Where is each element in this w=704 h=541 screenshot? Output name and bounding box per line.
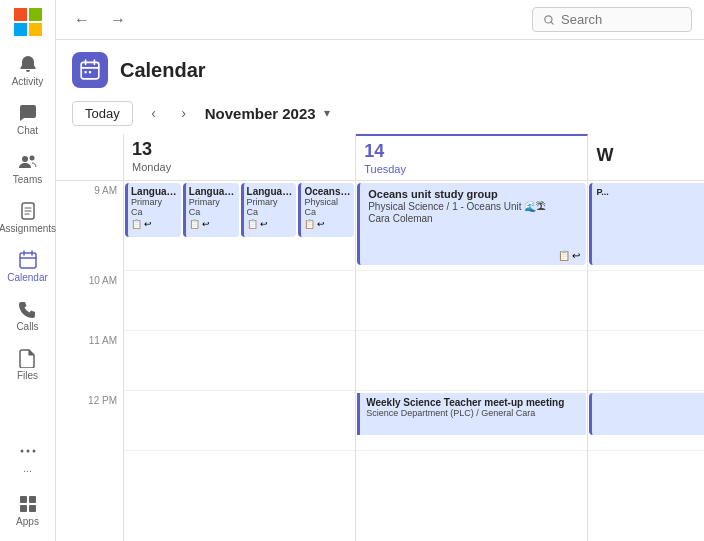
monday-9am-slot: Language Arts Primary Ca 📋 ↩ Langu xyxy=(124,181,355,271)
weekly-sub: Science Department (PLC) / General Cara xyxy=(366,408,580,418)
day-col-w-header: W xyxy=(588,134,704,180)
lang2-author: Ca xyxy=(189,207,236,217)
svg-point-5 xyxy=(29,156,34,161)
lang2-sub: Primary xyxy=(189,197,236,207)
bell-icon xyxy=(18,54,38,74)
time-col-header xyxy=(56,134,124,180)
back-button[interactable]: ← xyxy=(68,6,96,34)
sidebar-item-activity[interactable]: Activity xyxy=(4,48,52,93)
svg-rect-16 xyxy=(81,62,99,79)
svg-point-8 xyxy=(20,450,23,453)
sidebar-apps-label: Apps xyxy=(16,516,39,527)
svg-rect-1 xyxy=(29,8,42,21)
tuesday-event-weekly[interactable]: Weekly Science Teacher meet-up meeting S… xyxy=(357,393,586,435)
lang2-icon2: ↩ xyxy=(202,219,210,229)
lang1-actions: 📋 ↩ xyxy=(131,219,178,229)
tuesday-12pm-slot: Weekly Science Teacher meet-up meeting S… xyxy=(356,391,587,451)
weekly-title: Weekly Science Teacher meet-up meeting xyxy=(366,397,580,408)
lang3-title: Language Arts xyxy=(247,186,294,197)
calendar-nav: Today ‹ › November 2023 ▾ xyxy=(56,96,704,134)
ocean-study-actions: 📋 ↩ xyxy=(558,250,580,261)
calendar-icon xyxy=(18,250,38,270)
monday-col: Language Arts Primary Ca 📋 ↩ Langu xyxy=(124,181,356,541)
w-12pm-slot xyxy=(588,391,704,451)
days-header: 13 Monday 14 Tuesday W xyxy=(56,134,704,181)
monday-num: 13 xyxy=(132,139,347,161)
monday-event-lang1[interactable]: Language Arts Primary Ca 📋 ↩ xyxy=(125,183,181,237)
tuesday-11am-slot xyxy=(356,331,587,391)
sidebar-item-teams[interactable]: Teams xyxy=(4,146,52,191)
sidebar-calls-label: Calls xyxy=(16,321,38,332)
lang1-icon1: 📋 xyxy=(131,219,142,229)
sidebar-activity-label: Activity xyxy=(12,76,44,87)
monday-event-lang2[interactable]: Language Arts Primary Ca 📋 ↩ xyxy=(183,183,239,237)
w-header: W xyxy=(588,134,704,178)
svg-rect-11 xyxy=(20,496,27,503)
assignments-icon xyxy=(18,201,38,221)
sidebar-teams-label: Teams xyxy=(13,174,42,185)
lang3-icon2: ↩ xyxy=(260,219,268,229)
sidebar-calendar-label: Calendar xyxy=(7,272,48,283)
calendar-body: 9 AM 10 AM 11 AM 12 PM xyxy=(56,181,704,541)
sidebar-item-chat[interactable]: Chat xyxy=(4,97,52,142)
chevron-down-icon[interactable]: ▾ xyxy=(324,106,330,120)
sidebar-item-assignments[interactable]: Assignments xyxy=(4,195,52,240)
w-partial-event-2[interactable] xyxy=(589,393,704,435)
tuesday-header: 14 Tuesday xyxy=(356,136,587,180)
sidebar-files-label: Files xyxy=(17,370,38,381)
files-icon xyxy=(18,348,38,368)
lang1-title: Language Arts xyxy=(131,186,178,197)
monday-event-ocean[interactable]: Oceans unit Physical Ca 📋 ↩ xyxy=(298,183,354,237)
day-columns: Language Arts Primary Ca 📋 ↩ Langu xyxy=(124,181,704,541)
month-label[interactable]: November 2023 xyxy=(205,105,316,122)
svg-rect-3 xyxy=(29,23,42,36)
time-slot-10am: 10 AM xyxy=(56,271,123,331)
main-content: ← → Calendar Today ‹ › November 2023 ▾ xyxy=(56,0,704,541)
tuesday-event-ocean-study[interactable]: Oceans unit study group Physical Science… xyxy=(357,183,586,265)
calendar-grid: 13 Monday 14 Tuesday W xyxy=(56,134,704,541)
time-slot-11am: 11 AM xyxy=(56,331,123,391)
calendar-app-icon xyxy=(72,52,108,88)
tuesday-name: Tuesday xyxy=(364,163,579,175)
topbar: ← → xyxy=(56,0,704,40)
sidebar: Activity Chat Teams Assignments Calendar… xyxy=(0,0,56,541)
svg-rect-17 xyxy=(85,71,87,73)
ocean-study-sub: Physical Science / 1 - Oceans Unit 🌊🏝 xyxy=(368,201,578,212)
next-month-button[interactable]: › xyxy=(171,100,197,126)
more-icon xyxy=(18,441,38,461)
w-partial-event[interactable]: P... xyxy=(589,183,704,265)
sidebar-item-more[interactable]: ... xyxy=(4,435,52,480)
sidebar-item-files[interactable]: Files xyxy=(4,342,52,387)
svg-rect-18 xyxy=(89,71,91,73)
search-box xyxy=(532,7,692,32)
prev-month-button[interactable]: ‹ xyxy=(141,100,167,126)
time-slot-12pm: 12 PM xyxy=(56,391,123,451)
time-labels: 9 AM 10 AM 11 AM 12 PM xyxy=(56,181,124,541)
sidebar-item-calls[interactable]: Calls xyxy=(4,293,52,338)
monday-10am-slot xyxy=(124,271,355,331)
lang2-actions: 📋 ↩ xyxy=(189,219,236,229)
ocean-study-author: Cara Coleman xyxy=(368,213,578,224)
ocean-icon2: ↩ xyxy=(317,219,325,229)
forward-button[interactable]: → xyxy=(104,6,132,34)
day-col-tuesday-header: 14 Tuesday xyxy=(356,134,588,180)
search-input[interactable] xyxy=(561,12,681,27)
ms-logo xyxy=(14,8,42,36)
day-col-monday-header: 13 Monday xyxy=(124,134,356,180)
svg-rect-2 xyxy=(14,23,27,36)
ocean-title: Oceans unit xyxy=(304,186,351,197)
monday-events-group: Language Arts Primary Ca 📋 ↩ Langu xyxy=(125,183,354,237)
label-10am: 10 AM xyxy=(89,275,117,286)
ocean-study-icon1: 📋 xyxy=(558,250,570,261)
time-slot-9am: 9 AM xyxy=(56,181,123,271)
lang2-title: Language Arts xyxy=(189,186,236,197)
ocean-sub: Physical xyxy=(304,197,351,207)
sidebar-item-apps[interactable]: Apps xyxy=(4,488,52,533)
monday-event-lang3[interactable]: Language Arts Primary Ca 📋 ↩ xyxy=(241,183,297,237)
lang1-sub: Primary xyxy=(131,197,178,207)
today-button[interactable]: Today xyxy=(72,101,133,126)
lang3-actions: 📋 ↩ xyxy=(247,219,294,229)
month-navigation: ‹ › xyxy=(141,100,197,126)
w-num: W xyxy=(596,145,696,167)
sidebar-item-calendar[interactable]: Calendar xyxy=(4,244,52,289)
